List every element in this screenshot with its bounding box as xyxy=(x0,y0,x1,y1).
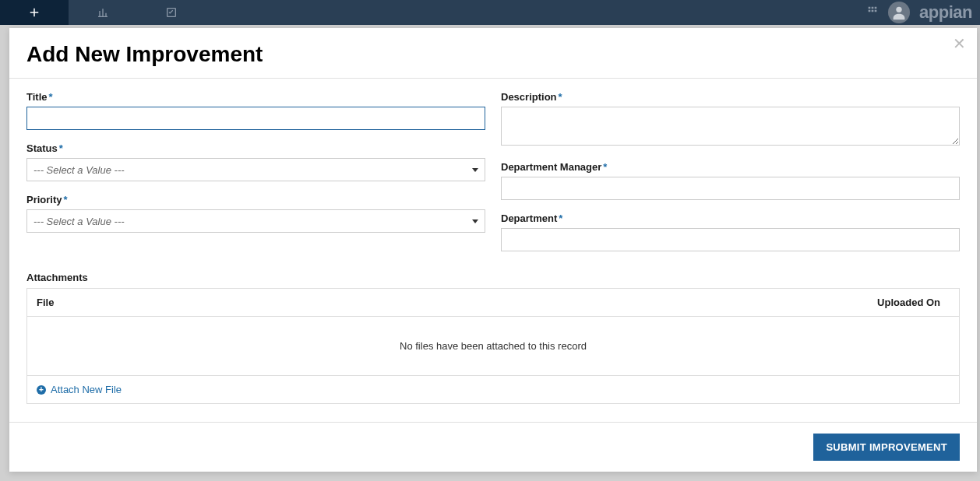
department-label: Department* xyxy=(501,212,960,224)
required-asterisk: * xyxy=(49,91,53,103)
plus-circle-icon: + xyxy=(37,385,46,395)
chart-icon xyxy=(97,6,109,19)
title-label: Title* xyxy=(26,91,485,103)
required-asterisk: * xyxy=(64,194,68,205)
attach-new-file-link[interactable]: + Attach New File xyxy=(27,376,959,403)
priority-label-text: Priority xyxy=(26,194,62,205)
required-asterisk: * xyxy=(603,161,607,173)
chevron-down-icon xyxy=(472,168,478,172)
description-label-text: Description xyxy=(501,91,557,103)
status-label-text: Status xyxy=(26,142,58,154)
apps-grid-icon xyxy=(866,5,879,17)
attachments-empty-message: No files have been attached to this reco… xyxy=(27,317,959,376)
brand-logo: appian xyxy=(919,2,972,23)
modal-body: Title* Status* --- Select a Value --- xyxy=(9,79,977,422)
required-asterisk: * xyxy=(559,212,562,224)
required-asterisk: * xyxy=(59,142,63,154)
status-select[interactable]: --- Select a Value --- xyxy=(26,158,485,181)
status-label: Status* xyxy=(26,142,485,154)
page-background: Add New Improvement ✕ Title* Status* xyxy=(0,25,980,481)
svg-point-0 xyxy=(896,7,901,12)
checkbox-icon xyxy=(165,6,178,19)
add-improvement-modal: Add New Improvement ✕ Title* Status* xyxy=(9,28,977,472)
user-avatar[interactable] xyxy=(888,2,910,23)
apps-menu-button[interactable] xyxy=(866,5,879,20)
attachments-table-header: File Uploaded On xyxy=(27,289,959,317)
avatar-icon xyxy=(890,4,908,21)
dept-manager-label-text: Department Manager xyxy=(501,161,601,173)
plus-icon xyxy=(27,5,41,19)
field-priority: Priority* --- Select a Value --- xyxy=(26,194,485,233)
form-column-left: Title* Status* --- Select a Value --- xyxy=(26,91,485,264)
field-status: Status* --- Select a Value --- xyxy=(26,142,485,181)
description-label: Description* xyxy=(501,91,960,103)
modal-footer: SUBMIT IMPROVEMENT xyxy=(9,422,977,472)
top-bar-right: appian xyxy=(866,2,980,23)
required-asterisk: * xyxy=(559,91,562,103)
chevron-down-icon xyxy=(472,219,478,223)
priority-placeholder: --- Select a Value --- xyxy=(33,216,125,227)
dept-manager-label: Department Manager* xyxy=(501,161,960,173)
form-row: Title* Status* --- Select a Value --- xyxy=(26,91,960,264)
field-dept-manager: Department Manager* xyxy=(501,161,960,200)
title-input[interactable] xyxy=(26,107,485,130)
department-input[interactable] xyxy=(501,228,960,251)
file-column-header: File xyxy=(37,297,716,308)
field-description: Description* xyxy=(501,91,960,149)
title-label-text: Title xyxy=(26,91,48,103)
priority-select[interactable]: --- Select a Value --- xyxy=(26,209,485,233)
priority-label: Priority* xyxy=(26,194,485,205)
field-department: Department* xyxy=(501,212,960,251)
modal-header: Add New Improvement ✕ xyxy=(9,28,977,79)
submit-button[interactable]: SUBMIT IMPROVEMENT xyxy=(813,434,960,461)
attachments-table: File Uploaded On No files have been atta… xyxy=(26,288,960,404)
uploaded-column-header: Uploaded On xyxy=(716,297,950,308)
nav-tab-check[interactable] xyxy=(137,0,206,25)
dept-manager-input[interactable] xyxy=(501,177,960,200)
top-bar-left-tabs xyxy=(0,0,206,25)
modal-title: Add New Improvement xyxy=(26,42,960,67)
top-navigation-bar: appian xyxy=(0,0,980,25)
field-title: Title* xyxy=(26,91,485,130)
attachments-label: Attachments xyxy=(26,272,960,283)
nav-tab-add[interactable] xyxy=(0,0,69,25)
nav-tab-chart[interactable] xyxy=(69,0,137,25)
form-column-right: Description* Department Manager* Departm… xyxy=(501,91,960,264)
status-placeholder: --- Select a Value --- xyxy=(33,164,125,176)
attach-link-text: Attach New File xyxy=(51,384,122,395)
department-label-text: Department xyxy=(501,212,557,224)
close-icon[interactable]: ✕ xyxy=(953,36,966,51)
description-textarea[interactable] xyxy=(501,107,960,146)
attachments-section: Attachments File Uploaded On No files ha… xyxy=(26,272,960,404)
